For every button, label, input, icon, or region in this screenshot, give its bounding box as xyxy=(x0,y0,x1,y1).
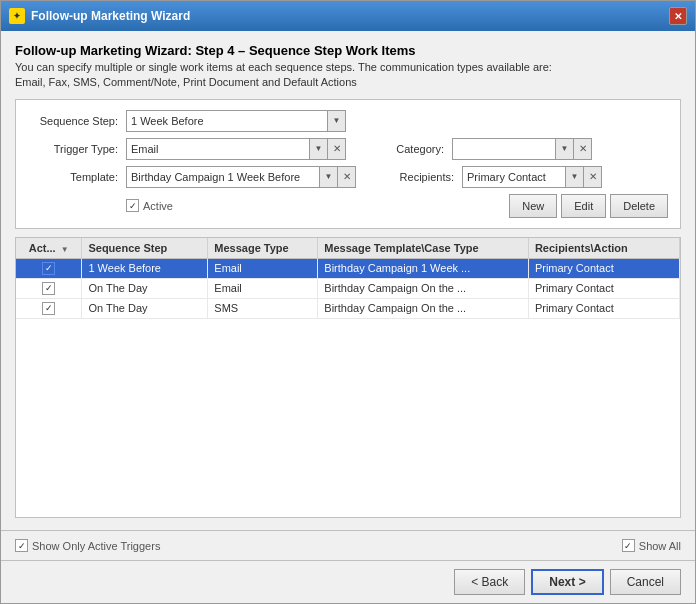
sequence-step-label: Sequence Step: xyxy=(28,115,118,127)
trigger-type-value: Email xyxy=(127,143,309,155)
sequence-step-value: 1 Week Before xyxy=(127,115,327,127)
sequence-step-dropdown[interactable]: 1 Week Before ▼ xyxy=(126,110,346,132)
act-cell: ✓ xyxy=(16,298,82,318)
active-buttons-row: ✓ Active New Edit Delete xyxy=(28,194,668,218)
next-button[interactable]: Next > xyxy=(531,569,603,595)
bottom-left: ✓ Show Only Active Triggers xyxy=(15,539,160,552)
delete-button[interactable]: Delete xyxy=(610,194,668,218)
category-chevron[interactable]: ▼ xyxy=(555,139,573,159)
action-buttons: New Edit Delete xyxy=(509,194,668,218)
back-button[interactable]: < Back xyxy=(454,569,525,595)
template-value: Birthday Campaign 1 Week Before xyxy=(127,171,319,183)
bottom-bar: ✓ Show Only Active Triggers ✓ Show All xyxy=(1,530,695,560)
col-template: Message Template\Case Type xyxy=(318,238,529,259)
trigger-type-dropdown[interactable]: Email ▼ ✕ xyxy=(126,138,346,160)
category-clear[interactable]: ✕ xyxy=(573,139,591,159)
msg-cell: Email xyxy=(208,258,318,278)
template-cell: Birthday Campaign On the ... xyxy=(318,278,529,298)
wizard-desc-1: You can specify multiple or single work … xyxy=(15,60,681,75)
show-all-checkbox[interactable]: ✓ xyxy=(622,539,635,552)
show-active-label[interactable]: ✓ Show Only Active Triggers xyxy=(15,539,160,552)
footer: < Back Next > Cancel xyxy=(1,560,695,603)
trigger-type-chevron[interactable]: ▼ xyxy=(309,139,327,159)
show-all-text: Show All xyxy=(639,540,681,552)
table-row[interactable]: ✓On The DayEmailBirthday Campaign On the… xyxy=(16,278,680,298)
recipients-dropdown[interactable]: Primary Contact ▼ ✕ xyxy=(462,166,602,188)
wizard-icon: ✦ xyxy=(9,8,25,24)
work-items-table-container: Act... ▼ Sequence Step Message Type Mess… xyxy=(15,237,681,518)
msg-cell: SMS xyxy=(208,298,318,318)
seq-cell: 1 Week Before xyxy=(82,258,208,278)
new-button[interactable]: New xyxy=(509,194,557,218)
recipients-chevron[interactable]: ▼ xyxy=(565,167,583,187)
row-checkbox[interactable]: ✓ xyxy=(42,262,55,275)
active-label: Active xyxy=(143,200,173,212)
active-checkbox[interactable]: ✓ xyxy=(126,199,139,212)
template-cell: Birthday Campaign On the ... xyxy=(318,298,529,318)
seq-cell: On The Day xyxy=(82,278,208,298)
template-cell: Birthday Campaign 1 Week ... xyxy=(318,258,529,278)
table-row[interactable]: ✓On The DaySMSBirthday Campaign On the .… xyxy=(16,298,680,318)
edit-button[interactable]: Edit xyxy=(561,194,606,218)
recipients-value: Primary Contact xyxy=(463,171,565,183)
active-checkbox-label[interactable]: ✓ Active xyxy=(126,199,173,212)
close-button[interactable]: ✕ xyxy=(669,7,687,25)
trigger-type-label: Trigger Type: xyxy=(28,143,118,155)
template-chevron[interactable]: ▼ xyxy=(319,167,337,187)
show-active-checkbox[interactable]: ✓ xyxy=(15,539,28,552)
sequence-step-row: Sequence Step: 1 Week Before ▼ xyxy=(28,110,668,132)
trigger-category-row: Trigger Type: Email ▼ ✕ Category: ▼ ✕ xyxy=(28,138,668,160)
form-panel: Sequence Step: 1 Week Before ▼ Trigger T… xyxy=(15,99,681,229)
msg-cell: Email xyxy=(208,278,318,298)
title-bar-left: ✦ Follow-up Marketing Wizard xyxy=(9,8,190,24)
work-items-table: Act... ▼ Sequence Step Message Type Mess… xyxy=(16,238,680,319)
main-content: Follow-up Marketing Wizard: Step 4 – Seq… xyxy=(1,31,695,530)
sequence-step-chevron[interactable]: ▼ xyxy=(327,111,345,131)
col-act: Act... ▼ xyxy=(16,238,82,259)
recipients-clear[interactable]: ✕ xyxy=(583,167,601,187)
act-cell: ✓ xyxy=(16,278,82,298)
show-active-text: Show Only Active Triggers xyxy=(32,540,160,552)
window-title: Follow-up Marketing Wizard xyxy=(31,9,190,23)
recipients-label: Recipients: xyxy=(364,171,454,183)
template-clear[interactable]: ✕ xyxy=(337,167,355,187)
recip-cell: Primary Contact xyxy=(528,278,679,298)
table-header-row: Act... ▼ Sequence Step Message Type Mess… xyxy=(16,238,680,259)
show-all-label[interactable]: ✓ Show All xyxy=(622,539,681,552)
cancel-button[interactable]: Cancel xyxy=(610,569,681,595)
row-checkbox[interactable]: ✓ xyxy=(42,302,55,315)
row-checkbox[interactable]: ✓ xyxy=(42,282,55,295)
act-cell: ✓ xyxy=(16,258,82,278)
wizard-window: ✦ Follow-up Marketing Wizard ✕ Follow-up… xyxy=(0,0,696,604)
category-label: Category: xyxy=(354,143,444,155)
trigger-type-clear[interactable]: ✕ xyxy=(327,139,345,159)
title-bar: ✦ Follow-up Marketing Wizard ✕ xyxy=(1,1,695,31)
recip-cell: Primary Contact xyxy=(528,298,679,318)
seq-cell: On The Day xyxy=(82,298,208,318)
category-dropdown[interactable]: ▼ ✕ xyxy=(452,138,592,160)
col-seq: Sequence Step xyxy=(82,238,208,259)
col-msg: Message Type xyxy=(208,238,318,259)
template-dropdown[interactable]: Birthday Campaign 1 Week Before ▼ ✕ xyxy=(126,166,356,188)
col-recip: Recipients\Action xyxy=(528,238,679,259)
wizard-step-title: Follow-up Marketing Wizard: Step 4 – Seq… xyxy=(15,43,681,58)
wizard-header: Follow-up Marketing Wizard: Step 4 – Seq… xyxy=(15,43,681,91)
recip-cell: Primary Contact xyxy=(528,258,679,278)
bottom-right: ✓ Show All xyxy=(622,539,681,552)
table-row[interactable]: ✓1 Week BeforeEmailBirthday Campaign 1 W… xyxy=(16,258,680,278)
template-label: Template: xyxy=(28,171,118,183)
template-recipients-row: Template: Birthday Campaign 1 Week Befor… xyxy=(28,166,668,188)
wizard-desc-2: Email, Fax, SMS, Comment/Note, Print Doc… xyxy=(15,75,681,90)
